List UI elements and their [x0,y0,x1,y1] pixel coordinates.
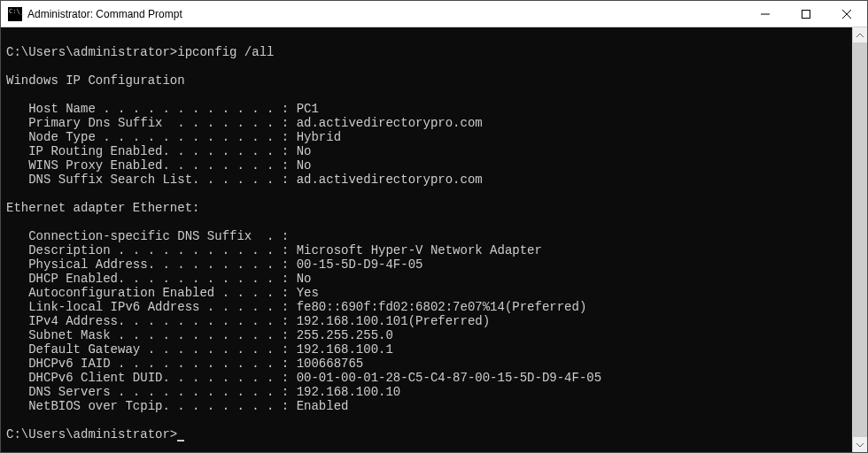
adapter-line: Link-local IPv6 Address . . . . . : fe80… [6,300,852,314]
adapter-line: Description . . . . . . . . . . . : Micr… [6,243,852,257]
close-button[interactable] [826,1,867,27]
cmd-icon [8,7,22,21]
config-line: Node Type . . . . . . . . . . . . : Hybr… [6,130,852,144]
adapter-line: DNS Servers . . . . . . . . . . . : 192.… [6,385,852,399]
scrollbar-up-button[interactable] [853,27,867,42]
maximize-button[interactable] [786,1,826,27]
blank-line [6,31,852,45]
cursor [177,429,184,441]
adapter-line: DHCPv6 IAID . . . . . . . . . . . : 1006… [6,357,852,371]
config-line: Host Name . . . . . . . . . . . . : PC1 [6,102,852,116]
blank-line [6,215,852,229]
minimize-icon [761,10,770,19]
prompt-path: C:\Users\administrator> [6,45,177,59]
prompt-line: C:\Users\administrator> [6,427,852,441]
config-line: WINS Proxy Enabled. . . . . . . . : No [6,158,852,173]
scrollbar-down-button[interactable] [853,437,867,452]
adapter-line: DHCP Enabled. . . . . . . . . . . : No [6,272,852,286]
adapter-line: IPv4 Address. . . . . . . . . . . : 192.… [6,314,852,328]
vertical-scrollbar[interactable] [852,27,867,452]
adapter-line: DHCPv6 Client DUID. . . . . . . . : 00-0… [6,371,852,385]
prompt-path: C:\Users\administrator> [6,427,177,441]
adapter-line: NetBIOS over Tcpip. . . . . . . . : Enab… [6,399,852,413]
svg-rect-1 [802,10,810,18]
prompt-line: C:\Users\administrator>ipconfig /all [6,45,852,59]
content-area: C:\Users\administrator>ipconfig /all Win… [1,27,867,452]
adapter-line: Physical Address. . . . . . . . . : 00-1… [6,257,852,272]
maximize-icon [802,10,810,19]
adapter-line: Autoconfiguration Enabled . . . . : Yes [6,286,852,300]
config-line: DNS Suffix Search List. . . . . . : ad.a… [6,173,852,187]
scrollbar-thumb[interactable] [853,42,867,437]
blank-line [6,187,852,201]
scrollbar-track[interactable] [853,42,867,437]
adapter-header: Ethernet adapter Ethernet: [6,201,852,215]
minimize-button[interactable] [745,1,786,27]
titlebar: Administrator: Command Prompt [1,1,867,27]
close-icon [842,10,851,19]
window-title: Administrator: Command Prompt [27,8,182,20]
terminal-output[interactable]: C:\Users\administrator>ipconfig /all Win… [1,27,852,452]
section-header: Windows IP Configuration [6,73,852,88]
config-line: IP Routing Enabled. . . . . . . . : No [6,144,852,158]
config-line: Primary Dns Suffix . . . . . . . : ad.ac… [6,116,852,130]
cmd-window: Administrator: Command Prompt C:\Users\a… [0,0,868,453]
chevron-down-icon [856,443,864,447]
blank-line [6,413,852,427]
chevron-up-icon [856,34,864,37]
adapter-line: Connection-specific DNS Suffix . : [6,229,852,243]
adapter-line: Default Gateway . . . . . . . . . : 192.… [6,342,852,357]
blank-line [6,59,852,73]
command-text: ipconfig /all [177,45,274,59]
adapter-line: Subnet Mask . . . . . . . . . . . : 255.… [6,328,852,342]
blank-line [6,88,852,102]
